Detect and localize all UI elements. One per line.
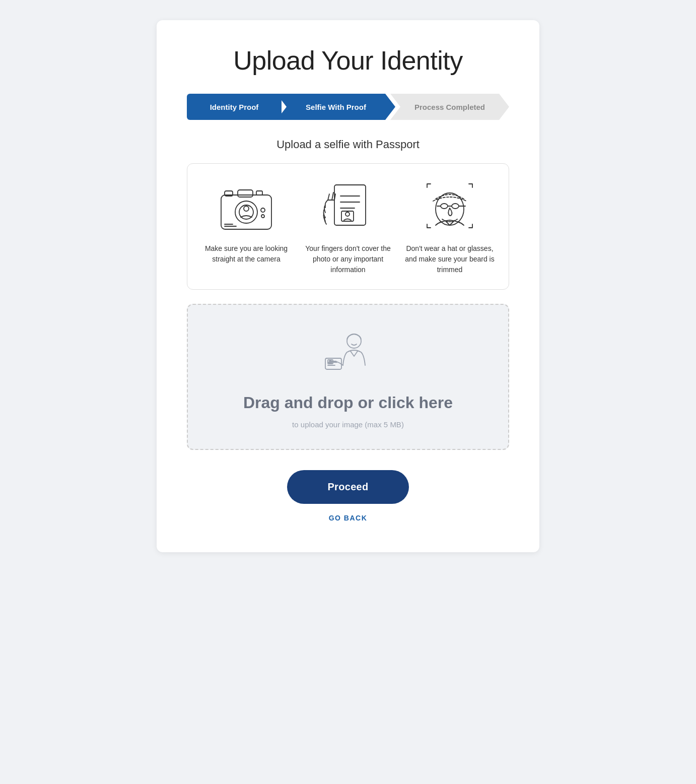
svg-point-8 bbox=[261, 215, 264, 218]
fingers-icon bbox=[315, 180, 381, 235]
instruction-hat-text: Don't wear a hat or glasses, and make su… bbox=[403, 243, 497, 275]
svg-rect-1 bbox=[238, 190, 253, 197]
camera-icon bbox=[214, 180, 279, 235]
svg-point-22 bbox=[452, 204, 459, 209]
upload-person-icon bbox=[318, 330, 378, 385]
stepper: Identity Proof Selfie With Proof Process… bbox=[187, 94, 509, 120]
step-selfie-label: Selfie With Proof bbox=[306, 103, 366, 111]
section-subtitle: Upload a selfie with Passport bbox=[187, 138, 509, 151]
instruction-camera-text: Make sure you are looking straight at th… bbox=[199, 243, 293, 265]
svg-point-6 bbox=[244, 206, 249, 211]
upload-main-text: Drag and drop or click here bbox=[243, 394, 453, 412]
svg-point-21 bbox=[441, 204, 448, 209]
svg-point-2 bbox=[235, 201, 257, 223]
svg-point-7 bbox=[261, 208, 265, 212]
step-completed-label: Process Completed bbox=[414, 103, 485, 111]
svg-rect-5 bbox=[256, 191, 262, 195]
instruction-hat: Don't wear a hat or glasses, and make su… bbox=[403, 180, 497, 275]
instruction-camera: Make sure you are looking straight at th… bbox=[199, 180, 293, 275]
step-completed[interactable]: Process Completed bbox=[390, 94, 509, 120]
step-selfie[interactable]: Selfie With Proof bbox=[276, 94, 395, 120]
step-identity[interactable]: Identity Proof bbox=[187, 94, 282, 120]
hat-glasses-icon bbox=[417, 180, 482, 235]
upload-sub-text: to upload your image (max 5 MB) bbox=[292, 420, 404, 429]
instruction-fingers: Your fingers don't cover the photo or an… bbox=[301, 180, 395, 275]
instruction-fingers-text: Your fingers don't cover the photo or an… bbox=[301, 243, 395, 275]
page-title: Upload Your Identity bbox=[187, 45, 509, 76]
page-container: Upload Your Identity Identity Proof Self… bbox=[157, 20, 539, 552]
step-identity-label: Identity Proof bbox=[210, 103, 259, 111]
svg-line-17 bbox=[328, 194, 329, 200]
upload-area[interactable]: Drag and drop or click here to upload yo… bbox=[187, 304, 509, 450]
instructions-card: Make sure you are looking straight at th… bbox=[187, 163, 509, 290]
svg-line-18 bbox=[332, 192, 333, 200]
svg-point-16 bbox=[345, 212, 350, 216]
proceed-button[interactable]: Proceed bbox=[287, 470, 408, 504]
go-back-button[interactable]: GO BACK bbox=[329, 514, 368, 522]
